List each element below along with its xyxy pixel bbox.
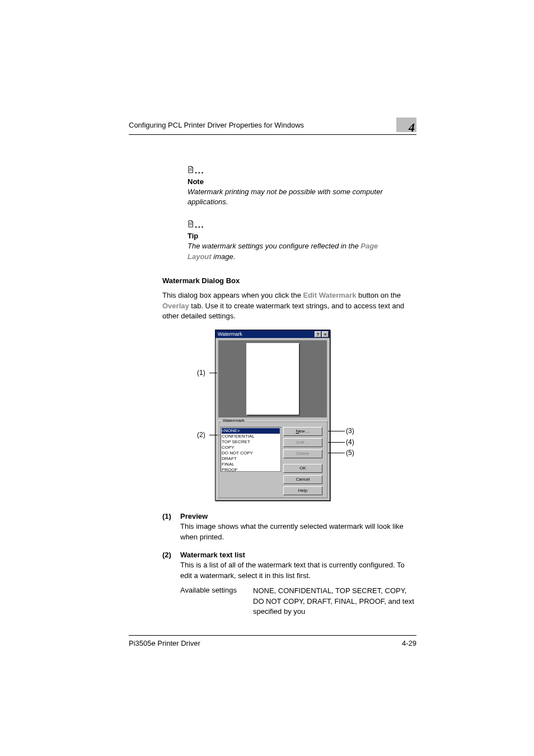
- callout-line-4: [328, 442, 345, 443]
- callout-line-5: [328, 453, 345, 453]
- note-label: Note: [188, 177, 416, 186]
- callout-2: (2): [197, 431, 205, 439]
- watermark-groupbox: Watermark <NONE> CONFIDENTIAL TOP SECRET…: [218, 421, 327, 498]
- callout-5: (5): [346, 449, 354, 457]
- list-item[interactable]: DRAFT: [222, 456, 280, 462]
- note-icon: [188, 163, 207, 175]
- groupbox-label: Watermark: [222, 418, 246, 423]
- section-suffix: tab. Use it to create watermark text str…: [162, 302, 404, 321]
- list-item[interactable]: DO NOT COPY: [222, 450, 280, 456]
- section-link-edit: Edit Watermark: [303, 291, 356, 299]
- section-body: This dialog box appears when you click t…: [162, 290, 416, 322]
- def-body: This image shows what the currently sele…: [180, 522, 416, 543]
- dialog-figure: (1) (2) (3) (4) (5) Watermark ? ×: [129, 330, 416, 501]
- svg-point-3: [195, 227, 196, 228]
- note-block: Note Watermark printing may not be possi…: [188, 163, 416, 207]
- avail-label: Available settings: [180, 586, 253, 618]
- list-item[interactable]: CONFIDENTIAL: [222, 434, 280, 439]
- definition-item-1: (1) Preview This image shows what the cu…: [162, 512, 416, 543]
- watermark-dialog: Watermark ? × Watermark <NONE> CONFIDENT…: [215, 330, 330, 501]
- list-item[interactable]: COPY: [222, 445, 280, 450]
- svg-point-4: [199, 227, 200, 228]
- page-header: Configuring PCL Printer Driver Propertie…: [129, 118, 416, 135]
- tip-body: The watermark settings you configure ref…: [188, 241, 400, 261]
- titlebar[interactable]: Watermark ? ×: [216, 330, 330, 338]
- titlebar-close-button[interactable]: ×: [322, 331, 329, 337]
- svg-point-0: [195, 172, 196, 173]
- header-title: Configuring PCL Printer Driver Propertie…: [129, 121, 304, 129]
- avail-values: NONE, CONFIDENTIAL, TOP SECRET, COPY, DO…: [253, 586, 416, 618]
- edit-button[interactable]: Edit ...: [283, 438, 322, 447]
- svg-point-1: [199, 172, 200, 173]
- new-button[interactable]: New ...: [283, 427, 322, 436]
- ok-button[interactable]: OK: [283, 464, 322, 473]
- note-body: Watermark printing may not be possible w…: [188, 187, 400, 207]
- tip-suffix: image.: [212, 252, 236, 261]
- def-num: (2): [162, 551, 180, 617]
- callout-1: (1): [197, 369, 205, 377]
- def-title: Watermark text list: [180, 551, 416, 559]
- chapter-number: 4: [409, 120, 415, 135]
- callout-line-3: [328, 431, 345, 431]
- tip-block: Tip The watermark settings you configure…: [188, 217, 416, 261]
- section-mid: button on the: [356, 291, 401, 299]
- tip-prefix: The watermark settings you configure ref…: [188, 242, 360, 250]
- tip-label: Tip: [188, 232, 416, 240]
- titlebar-text: Watermark: [217, 331, 242, 337]
- available-settings-row: Available settings NONE, CONFIDENTIAL, T…: [180, 586, 416, 618]
- section-title: Watermark Dialog Box: [162, 276, 416, 285]
- page-footer: Pi3505e Printer Driver 4-29: [129, 635, 416, 647]
- callout-line-1: [209, 373, 217, 373]
- definition-item-2: (2) Watermark text list This is a list o…: [162, 551, 416, 617]
- footer-right: 4-29: [402, 639, 416, 647]
- preview-area: [218, 340, 327, 417]
- chapter-box: 4: [396, 118, 416, 132]
- callout-4: (4): [346, 438, 354, 446]
- def-title: Preview: [180, 512, 416, 520]
- list-item[interactable]: TOP SECRET: [222, 439, 280, 445]
- list-item[interactable]: PROOF: [222, 467, 280, 472]
- svg-point-5: [202, 227, 203, 228]
- def-num: (1): [162, 512, 180, 543]
- footer-left: Pi3505e Printer Driver: [129, 639, 200, 647]
- section-link-overlay: Overlay: [162, 302, 189, 310]
- preview-page: [246, 343, 299, 415]
- cancel-button[interactable]: Cancel: [283, 475, 322, 484]
- tip-icon: [188, 217, 207, 229]
- def-body: This is a list of all of the watermark t…: [180, 560, 416, 581]
- svg-point-2: [202, 172, 203, 173]
- help-button[interactable]: Help: [283, 486, 322, 495]
- delete-button[interactable]: Delete: [283, 449, 322, 458]
- list-item[interactable]: FINAL: [222, 462, 280, 467]
- definition-list: (1) Preview This image shows what the cu…: [162, 512, 416, 617]
- callout-3: (3): [346, 427, 354, 435]
- titlebar-help-button[interactable]: ?: [315, 331, 321, 337]
- section-prefix: This dialog box appears when you click t…: [162, 291, 303, 299]
- list-item[interactable]: <NONE>: [222, 428, 280, 434]
- watermark-list[interactable]: <NONE> CONFIDENTIAL TOP SECRET COPY DO N…: [221, 427, 281, 472]
